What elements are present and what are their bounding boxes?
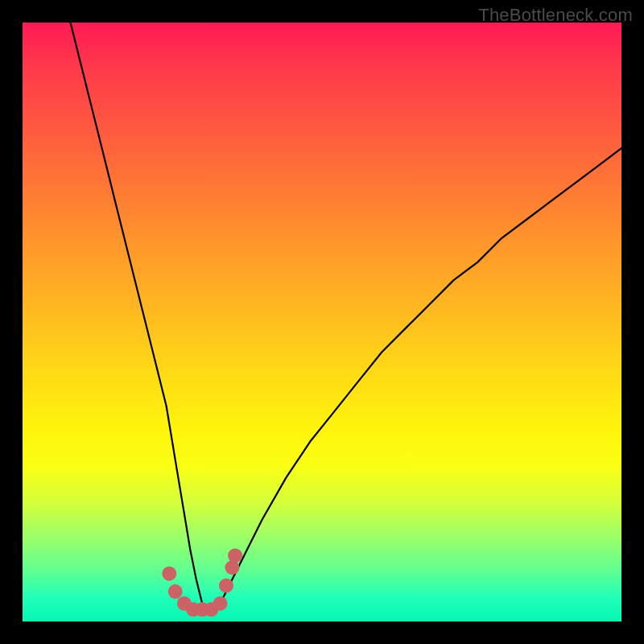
marker-dot [219, 578, 233, 592]
watermark-text: TheBottleneck.com [478, 5, 633, 26]
chart-svg [23, 23, 621, 621]
bottleneck-curve [71, 23, 622, 609]
highlight-markers [162, 548, 242, 617]
marker-dot [228, 548, 242, 563]
marker-dot [213, 597, 228, 611]
marker-dot [162, 567, 176, 581]
chart-frame [23, 23, 621, 621]
marker-dot [168, 584, 183, 599]
